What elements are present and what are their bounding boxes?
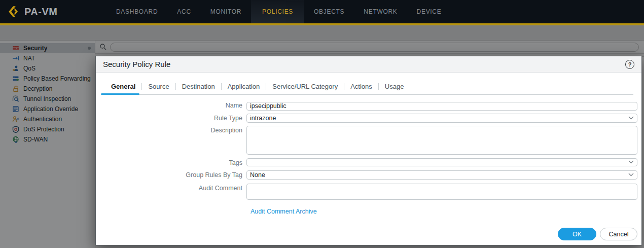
name-field-label: Name [96,101,246,109]
nav-item-device[interactable]: DEVICE [407,0,451,23]
brand-name: PA-VM [24,6,57,18]
rule-type-select[interactable]: intrazone [246,114,637,123]
tab-service-url-category[interactable]: Service/URL Category [267,80,343,95]
audit-comment-textarea[interactable] [246,184,637,200]
nav-item-acc[interactable]: ACC [167,0,200,23]
palo-alto-logo-icon [7,5,20,18]
description-field-label: Description [96,126,246,134]
dialog-tabs: General Source Destination Application S… [106,80,633,95]
tab-separator [266,83,266,90]
nav-item-monitor[interactable]: MONITOR [201,0,251,23]
name-input[interactable] [246,102,637,111]
rule-type-field-label: Rule Type [96,114,246,122]
dialog-titlebar: Security Policy Rule ? [96,56,641,73]
app-window: PA-VM DASHBOARD ACC MONITOR POLICIES OBJ… [0,0,644,248]
group-rules-by-tag-field-label: Group Rules By Tag [96,170,246,179]
tab-destination[interactable]: Destination [177,80,220,95]
tags-select[interactable] [246,158,637,166]
nav-item-dashboard[interactable]: DASHBOARD [106,0,167,23]
audit-comment-field-label: Audit Comment [96,184,246,192]
tags-field-label: Tags [96,158,246,166]
nav-item-objects[interactable]: OBJECTS [304,0,354,23]
top-navbar: PA-VM DASHBOARD ACC MONITOR POLICIES OBJ… [0,0,644,25]
dialog-footer: OK Cancel [558,228,637,240]
tab-actions[interactable]: Actions [345,80,377,95]
tab-usage[interactable]: Usage [380,80,409,95]
tab-application[interactable]: Application [223,80,265,95]
rule-type-value: intrazone [250,115,276,122]
help-icon[interactable]: ? [625,60,634,69]
nav-item-policies[interactable]: POLICIES [251,0,304,23]
tab-separator [344,83,344,90]
chevron-down-icon [628,173,634,176]
brand: PA-VM [0,0,106,23]
ok-button[interactable]: OK [558,228,596,240]
security-policy-rule-dialog: Security Policy Rule ? General Source De… [95,56,642,245]
cancel-button[interactable]: Cancel [600,228,637,240]
tab-separator [141,83,142,90]
tab-separator [221,83,222,90]
tab-separator [378,83,379,90]
tab-source[interactable]: Source [143,80,174,95]
description-textarea[interactable] [246,126,637,155]
tab-general[interactable]: General [106,80,140,95]
audit-comment-archive-link[interactable]: Audit Comment Archive [251,208,317,215]
chevron-down-icon [628,160,634,164]
dialog-title: Security Policy Rule [103,60,170,68]
dialog-body: Name Rule Type intrazone Descrip [96,95,641,245]
chevron-down-icon [628,116,634,120]
group-rules-by-tag-value: None [250,171,265,179]
group-rules-by-tag-select[interactable]: None [246,170,637,180]
top-nav-menu: DASHBOARD ACC MONITOR POLICIES OBJECTS N… [106,0,451,23]
tab-separator [175,83,176,90]
nav-item-network[interactable]: NETWORK [354,0,407,23]
